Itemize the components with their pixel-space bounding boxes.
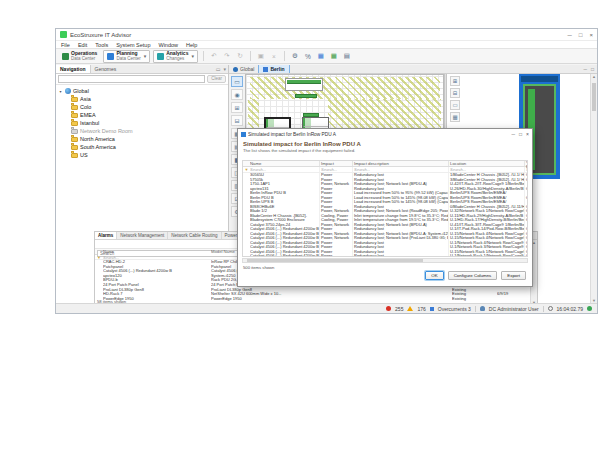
cell-impact-description: Redundancy lost [353, 254, 449, 257]
column-header[interactable]: Name [250, 161, 320, 166]
menu-item[interactable]: Help [186, 42, 197, 48]
filter-input[interactable]: Search... [449, 167, 525, 172]
tab-berlin[interactable]: Berlin [258, 65, 289, 73]
tree-item[interactable]: US [71, 151, 226, 159]
table-row[interactable]: Catalyst 4506 (...) Redundant 4200w B Po… [243, 254, 527, 257]
minimize-button[interactable]: ─ [568, 32, 572, 38]
filter-input[interactable]: Search... [103, 255, 211, 260]
close-button[interactable]: × [589, 32, 593, 38]
dialog-maximize-button[interactable]: □ [519, 131, 522, 137]
maximize-view-icon[interactable]: □ [591, 66, 594, 72]
elevation-tool-icon[interactable]: ▭ [450, 100, 460, 110]
horizontal-scrollbar[interactable] [242, 258, 528, 263]
wrench-icon[interactable]: ⚙ [290, 51, 300, 61]
rack-row[interactable] [285, 78, 323, 91]
vertical-scrollbar[interactable]: ▲ ▼ [590, 74, 597, 303]
chevron-down-icon[interactable]: ▾ [144, 53, 147, 59]
export-button[interactable]: Export [501, 271, 526, 280]
tab-global[interactable]: Global [229, 65, 258, 73]
critical-alarm-count[interactable]: 255 [395, 306, 403, 312]
tab-genomes-label: Genomes [95, 66, 117, 72]
menu-item[interactable]: File [61, 42, 70, 48]
operations-mode-button[interactable]: Operations Data Center [59, 50, 100, 63]
menu-item[interactable]: Edit [78, 42, 87, 48]
server-time: 16:04:02.79 [557, 306, 583, 312]
tab-genomes[interactable]: Genomes [91, 65, 121, 73]
copy-icon[interactable]: ▣ [256, 51, 266, 61]
tree-item[interactable]: North America [71, 135, 226, 143]
scrollbar-thumb[interactable] [592, 83, 596, 111]
capacity-hatch-region [328, 99, 441, 129]
filter-input[interactable]: Search... [353, 167, 449, 172]
menu-item[interactable]: Tools [95, 42, 108, 48]
menu-item[interactable]: System Setup [116, 42, 150, 48]
map-tool-icon[interactable]: ⊟ [231, 115, 243, 126]
tree-item[interactable]: Network Demo Room [71, 127, 226, 135]
filter-input[interactable]: Search... [320, 167, 353, 172]
filter-funnel-icon[interactable]: ▼ [243, 167, 250, 172]
tree-item[interactable]: EMEA [71, 111, 226, 119]
cell-status: Existing [452, 297, 497, 302]
undo-icon[interactable]: ↶ [209, 51, 219, 61]
filter-input[interactable]: Search... [250, 167, 320, 172]
table-row[interactable]: PowerEdge 1950 PowerEdge 1950 Existing [95, 297, 537, 302]
filter-input[interactable]: Search... [525, 167, 527, 172]
chevron-down-icon[interactable]: ▾ [191, 53, 194, 59]
rack-badge [295, 94, 317, 98]
tab-navigation[interactable]: Navigation [56, 65, 91, 73]
status-separator [475, 306, 476, 312]
tree-item[interactable]: Asia [71, 95, 226, 103]
elevation-tool-icon[interactable]: ⊞ [450, 76, 460, 86]
table-blue-icon[interactable]: ▦ [316, 51, 326, 61]
tree-item[interactable]: Istanbul [71, 119, 226, 127]
elevation-tool-icon[interactable]: ⊟ [450, 88, 460, 98]
redo-icon[interactable]: ↷ [222, 51, 232, 61]
analytics-mode-button[interactable]: Analytics Changes ▾ [153, 50, 198, 63]
tree-item[interactable]: Colo [71, 103, 226, 111]
maximize-button[interactable]: □ [579, 32, 583, 38]
map-tool-icon[interactable]: ▭ [231, 76, 243, 87]
folder-icon [71, 153, 78, 158]
configure-columns-button[interactable]: Configure Columns [448, 271, 498, 280]
column-header[interactable]: Location [449, 161, 525, 166]
layers-icon[interactable]: ▤ [342, 51, 352, 61]
overcurrents-label[interactable]: Overcurrents 3 [438, 306, 471, 312]
tree-root-global[interactable]: ▾ Global [58, 87, 226, 95]
planning-mode-button[interactable]: Planning Data Center ▾ [103, 50, 150, 63]
scroll-down-icon[interactable]: ▼ [531, 300, 537, 303]
map-tool-icon[interactable]: ◉ [231, 89, 243, 100]
capacity-icon[interactable]: % [303, 51, 313, 61]
warning-alarm-count[interactable]: 176 [417, 306, 425, 312]
clear-search-button[interactable]: Clear [207, 75, 226, 83]
menu-item[interactable]: Window [158, 42, 178, 48]
column-header[interactable]: Impact description [353, 161, 449, 166]
column-header-name[interactable]: Name [103, 249, 211, 254]
delete-icon[interactable]: × [269, 51, 279, 61]
tab-alarms[interactable]: Alarms [95, 232, 117, 239]
tab-network-management[interactable]: Network Management [117, 232, 168, 239]
filter-funnel-icon[interactable]: ▼ [95, 255, 103, 260]
sidebar-search-input[interactable] [58, 75, 205, 83]
status-separator [543, 306, 544, 312]
map-tool-icon[interactable]: ⊞ [231, 102, 243, 113]
scrollbar-thumb[interactable] [247, 259, 423, 262]
table-green-icon[interactable]: ▦ [329, 51, 339, 61]
tree-item[interactable]: South America [71, 143, 226, 151]
history-icon[interactable]: ↻ [235, 51, 245, 61]
navigation-panel: Navigation Genomes ▭ ▾ Clear [56, 65, 229, 231]
dialog-close-button[interactable]: × [526, 131, 529, 137]
minimize-view-icon[interactable]: ─ [583, 66, 587, 72]
dialog-icon [241, 132, 246, 137]
expander-icon[interactable]: ▾ [58, 89, 63, 94]
scroll-up-icon[interactable]: ▲ [591, 74, 597, 79]
ok-button[interactable]: OK [425, 271, 443, 280]
elevation-toolbar: ⊞⊟▭▦ [450, 76, 460, 122]
column-header[interactable]: Impact [320, 161, 353, 166]
dialog-minimize-button[interactable]: ─ [512, 131, 516, 137]
folder-icon [71, 121, 78, 126]
minimize-view-icon[interactable]: ▭ [216, 66, 221, 72]
menu-chevron-icon[interactable]: ▾ [223, 66, 226, 72]
tab-network-cable-routing[interactable]: Network Cable Routing [168, 232, 221, 239]
tree-children: Asia Colo EMEA Istanbul Network [58, 95, 226, 159]
elevation-tool-icon[interactable]: ▦ [450, 112, 460, 122]
